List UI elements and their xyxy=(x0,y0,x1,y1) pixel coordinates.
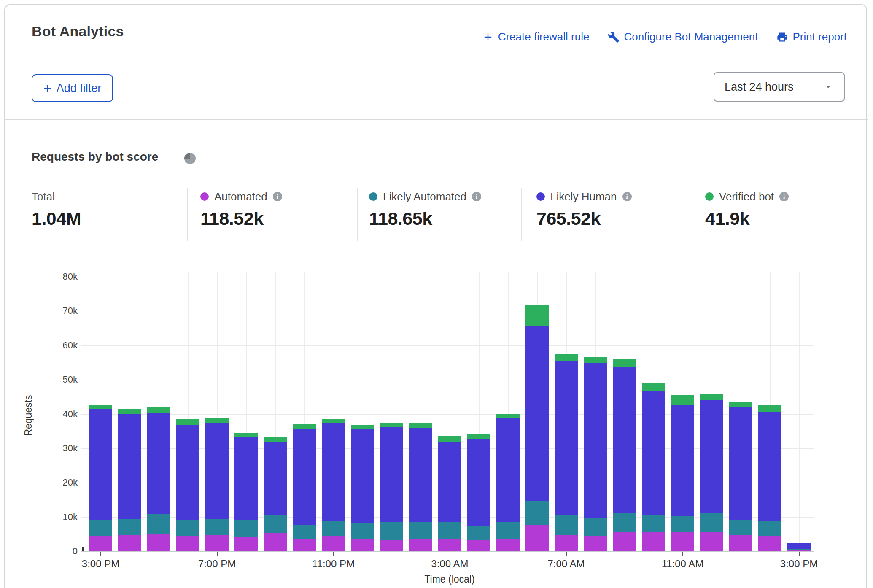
bar-segment-automated xyxy=(671,532,694,551)
bar-segment-automated xyxy=(409,539,432,551)
bar-segment-verified-bot xyxy=(642,383,665,391)
vertical-gridline xyxy=(799,272,800,551)
x-tick-label: 11:00 PM xyxy=(296,558,372,570)
bar-segment-likely-human xyxy=(234,437,258,520)
bar-segment-likely-human xyxy=(613,367,636,513)
page-title: Bot Analytics xyxy=(32,23,124,40)
stat-likely-automated: Likely Automated i 118.65k xyxy=(369,190,481,229)
stat-automated: Automated i 118.52k xyxy=(200,190,282,229)
bar-segment-likely-automated xyxy=(409,522,432,539)
bar-segment-likely-automated xyxy=(264,515,287,533)
x-axis-tick xyxy=(217,552,218,556)
stat-verified-bot-value: 41.9k xyxy=(705,208,789,229)
stat-total-value: 1.04M xyxy=(32,208,81,229)
y-tick-label: 10k xyxy=(44,512,78,523)
bar-segment-likely-human xyxy=(467,439,490,526)
bar-segment-likely-human xyxy=(525,326,549,502)
bar-segment-likely-human xyxy=(176,425,199,520)
x-tick-label: 3:00 AM xyxy=(412,558,488,570)
bar-segment-automated xyxy=(176,536,199,551)
horizontal-gridline xyxy=(81,277,814,277)
info-icon[interactable]: i xyxy=(472,192,481,201)
bar-segment-likely-human xyxy=(205,423,229,519)
bar-segment-automated xyxy=(496,539,520,551)
bar-segment-likely-automated xyxy=(671,516,694,532)
y-tick-label: 40k xyxy=(44,409,78,420)
bar-segment-verified-bot xyxy=(671,395,694,405)
bar-segment-likely-human xyxy=(787,543,811,549)
bar-segment-automated xyxy=(351,539,374,551)
bar-segment-likely-automated xyxy=(613,513,636,532)
bar-segment-likely-human xyxy=(642,391,665,515)
section-title: Requests by bot score xyxy=(32,150,158,164)
stat-divider xyxy=(357,188,358,241)
x-axis-tick xyxy=(450,552,450,556)
pie-chart-icon xyxy=(184,153,196,164)
time-range-value: Last 24 hours xyxy=(725,81,823,94)
bar-segment-likely-human xyxy=(758,412,781,521)
bar-segment-automated xyxy=(555,535,578,551)
configure-bot-management-label: Configure Bot Management xyxy=(624,30,758,43)
bar-segment-automated xyxy=(729,535,752,551)
bar-segment-likely-human xyxy=(496,418,520,522)
stat-divider xyxy=(521,188,522,241)
create-firewall-rule-label: Create firewall rule xyxy=(498,30,590,43)
bar-segment-verified-bot xyxy=(555,354,578,361)
bar-segment-verified-bot xyxy=(496,414,520,418)
info-icon[interactable]: i xyxy=(779,192,789,201)
y-tick-label: 60k xyxy=(44,340,78,351)
bar-segment-automated xyxy=(293,539,316,551)
bar-segment-likely-human xyxy=(380,427,403,522)
bar-segment-likely-automated xyxy=(700,513,723,533)
bar-segment-likely-human xyxy=(438,442,461,522)
bar-segment-likely-automated xyxy=(584,518,607,536)
header-divider xyxy=(4,119,868,120)
stat-likely-human: Likely Human i 765.52k xyxy=(536,190,632,229)
bar-segment-likely-automated xyxy=(758,521,781,536)
x-axis-tick xyxy=(682,552,683,556)
y-tick-label: 0 xyxy=(44,546,78,557)
stat-likely-human-value: 765.52k xyxy=(536,208,632,229)
add-filter-button[interactable]: + Add filter xyxy=(32,74,113,102)
bar-segment-automated xyxy=(205,535,229,551)
bar-segment-likely-automated xyxy=(176,520,199,536)
bar-segment-likely-human xyxy=(671,405,694,516)
y-tick-label: 50k xyxy=(44,374,78,385)
create-firewall-rule-link[interactable]: Create firewall rule xyxy=(482,30,590,43)
bar-segment-likely-human xyxy=(729,407,752,520)
info-icon[interactable]: i xyxy=(273,192,282,201)
bar-segment-automated xyxy=(89,536,112,551)
x-axis-tick xyxy=(100,552,101,556)
x-tick-label: 7:00 PM xyxy=(179,558,255,570)
stat-verified-bot: Verified bot i 41.9k xyxy=(705,190,789,229)
bar-segment-likely-automated xyxy=(642,515,665,532)
horizontal-gridline xyxy=(81,311,814,311)
stat-automated-value: 118.52k xyxy=(200,208,282,229)
bar-segment-likely-human xyxy=(700,400,723,513)
bar-segment-verified-bot xyxy=(467,434,490,439)
bar-segment-likely-automated xyxy=(205,519,229,535)
y-tick-label: 30k xyxy=(44,443,78,454)
bar-segment-likely-human xyxy=(351,429,374,523)
x-axis-tick xyxy=(333,552,334,556)
bar-segment-automated xyxy=(264,533,287,551)
header-actions: Create firewall rule Configure Bot Manag… xyxy=(482,30,847,43)
configure-bot-management-link[interactable]: Configure Bot Management xyxy=(608,30,758,43)
bar-segment-verified-bot xyxy=(176,419,199,425)
bar-segment-verified-bot xyxy=(787,543,811,544)
time-range-dropdown[interactable]: Last 24 hours xyxy=(714,72,845,102)
bar-segment-verified-bot xyxy=(438,436,461,442)
bar-segment-automated xyxy=(758,536,781,551)
print-report-link[interactable]: Print report xyxy=(776,30,847,43)
bar-segment-automated xyxy=(787,550,811,551)
plus-icon: + xyxy=(43,81,51,95)
bar-segment-likely-automated xyxy=(234,520,258,537)
bar-segment-verified-bot xyxy=(409,423,432,428)
bar-segment-verified-bot xyxy=(293,424,316,429)
stat-divider xyxy=(187,188,188,241)
stat-total: Total 1.04M xyxy=(32,190,81,229)
bar-segment-automated xyxy=(584,536,607,551)
info-icon[interactable]: i xyxy=(622,192,632,201)
bar-segment-likely-automated xyxy=(147,514,170,534)
stat-divider xyxy=(690,188,690,241)
